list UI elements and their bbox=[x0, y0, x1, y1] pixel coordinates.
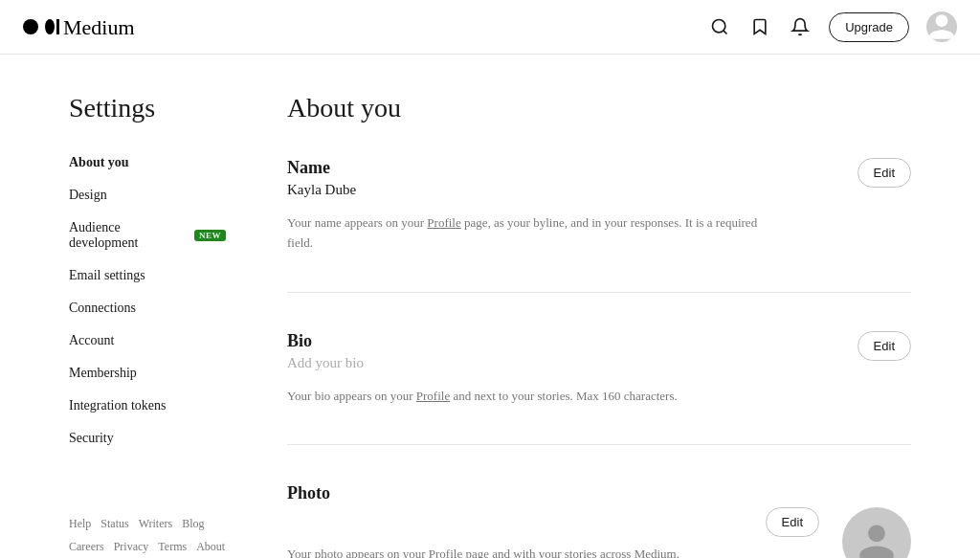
sidebar-item-label: Audience development bbox=[69, 220, 189, 251]
sidebar-item-label: Account bbox=[69, 333, 114, 348]
page-title: About you bbox=[287, 93, 911, 123]
section-meta-bio: Bio Add your bio bbox=[287, 331, 364, 381]
svg-point-1 bbox=[45, 19, 55, 34]
sidebar-item-account[interactable]: Account bbox=[69, 324, 226, 357]
section-value-bio: Add your bio bbox=[287, 355, 364, 371]
sections-container: Name Kayla Dube Edit Your name appears o… bbox=[287, 158, 911, 558]
footer-link-privacy[interactable]: Privacy bbox=[114, 540, 149, 553]
upgrade-button[interactable]: Upgrade bbox=[829, 12, 909, 42]
section-desc-photo: Your photo appears on your Profile page … bbox=[287, 545, 766, 558]
section-photo: Photo Edit Your photo appears on your Pr… bbox=[287, 483, 911, 558]
edit-bio-button[interactable]: Edit bbox=[858, 331, 911, 361]
section-value-name: Kayla Dube bbox=[287, 182, 356, 198]
section-meta-name: Name Kayla Dube bbox=[287, 158, 356, 208]
svg-point-4 bbox=[713, 20, 725, 33]
edit-name-button[interactable]: Edit bbox=[858, 158, 911, 188]
sidebar-item-design[interactable]: Design bbox=[69, 179, 226, 212]
section-title-bio: Bio bbox=[287, 331, 364, 351]
section-title-name: Name bbox=[287, 158, 356, 178]
profile-link-photo[interactable]: Profile bbox=[429, 547, 462, 558]
sidebar-item-label: Membership bbox=[69, 366, 137, 381]
footer-link-blog[interactable]: Blog bbox=[182, 517, 204, 530]
search-icon[interactable] bbox=[708, 15, 731, 38]
footer-link-help[interactable]: Help bbox=[69, 517, 91, 530]
section-desc-name: Your name appears on your Profile page, … bbox=[287, 213, 766, 254]
bookmark-icon[interactable] bbox=[748, 15, 771, 38]
section-title-photo: Photo bbox=[287, 483, 911, 503]
sidebar-item-label: Email settings bbox=[69, 268, 145, 283]
header-actions: Upgrade bbox=[708, 11, 957, 42]
photo-text: Edit Your photo appears on your Profile … bbox=[287, 507, 819, 558]
profile-link-name[interactable]: Profile bbox=[427, 215, 460, 230]
avatar[interactable] bbox=[926, 11, 957, 42]
sidebar-item-label: Security bbox=[69, 431, 114, 446]
sidebar-title: Settings bbox=[69, 93, 226, 123]
sidebar-item-security[interactable]: Security bbox=[69, 422, 226, 455]
sidebar: Settings About youDesignAudience develop… bbox=[0, 55, 249, 558]
sidebar-item-connections[interactable]: Connections bbox=[69, 292, 226, 324]
profile-photo-avatar bbox=[842, 507, 911, 558]
section-bio: Bio Add your bio Edit Your bio appears o… bbox=[287, 331, 911, 446]
footer-link-careers[interactable]: Careers bbox=[69, 540, 104, 553]
sidebar-item-integration-tokens[interactable]: Integration tokens bbox=[69, 390, 226, 422]
section-name: Name Kayla Dube Edit Your name appears o… bbox=[287, 158, 911, 293]
section-header-name: Name Kayla Dube Edit bbox=[287, 158, 911, 208]
logo[interactable]: Medium bbox=[23, 13, 176, 40]
footer-link-status[interactable]: Status bbox=[100, 517, 128, 530]
sidebar-item-membership[interactable]: Membership bbox=[69, 357, 226, 390]
profile-link-bio[interactable]: Profile bbox=[416, 389, 450, 403]
sidebar-item-label: Connections bbox=[69, 301, 136, 316]
notifications-icon[interactable] bbox=[789, 15, 812, 38]
main-content: About you Name Kayla Dube Edit Your name… bbox=[249, 55, 957, 558]
new-badge: New bbox=[194, 230, 226, 241]
page-layout: Settings About youDesignAudience develop… bbox=[0, 55, 980, 558]
edit-photo-button[interactable]: Edit bbox=[766, 507, 819, 537]
footer-link-about[interactable]: About bbox=[196, 540, 225, 553]
sidebar-item-label: About you bbox=[69, 155, 129, 170]
svg-rect-2 bbox=[56, 19, 59, 34]
section-desc-bio: Your bio appears on your Profile and nex… bbox=[287, 387, 766, 407]
header: Medium Upgrade bbox=[0, 0, 980, 55]
footer-link-writers[interactable]: Writers bbox=[139, 517, 173, 530]
sidebar-item-about-you[interactable]: About you bbox=[69, 146, 226, 179]
sidebar-item-label: Integration tokens bbox=[69, 398, 166, 413]
sidebar-nav: About youDesignAudience developmentNewEm… bbox=[69, 146, 226, 455]
sidebar-footer: HelpStatusWritersBlogCareersPrivacyTerms… bbox=[69, 512, 226, 558]
sidebar-item-label: Design bbox=[69, 188, 107, 203]
svg-line-5 bbox=[724, 31, 727, 34]
svg-text:Medium: Medium bbox=[63, 15, 135, 39]
section-header-bio: Bio Add your bio Edit bbox=[287, 331, 911, 381]
photo-layout: Edit Your photo appears on your Profile … bbox=[287, 507, 911, 558]
sidebar-item-email-settings[interactable]: Email settings bbox=[69, 259, 226, 292]
svg-point-0 bbox=[23, 19, 38, 34]
footer-link-terms[interactable]: Terms bbox=[158, 540, 187, 553]
sidebar-item-audience-development[interactable]: Audience developmentNew bbox=[69, 212, 226, 259]
